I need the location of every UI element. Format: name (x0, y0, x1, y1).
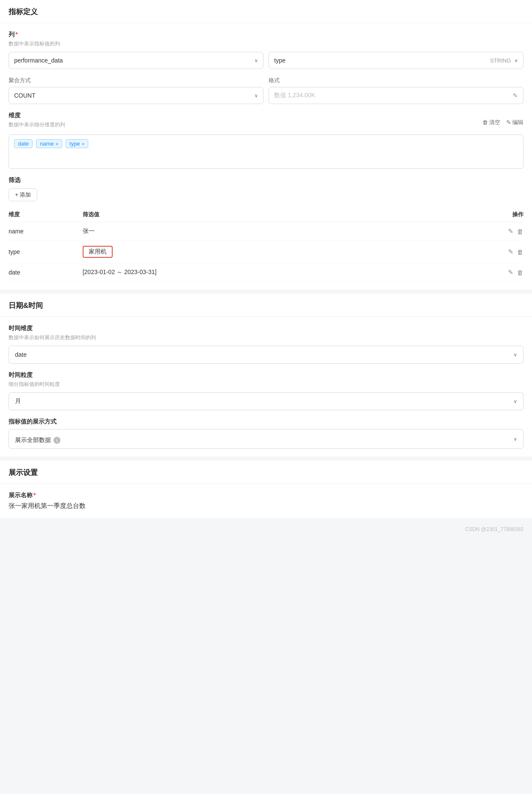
dim-delete-icon: 🗑 (482, 119, 488, 125)
filter-row-date-dim: date (9, 263, 83, 282)
format-placeholder: 数值 1,234.00K (274, 92, 315, 99)
dim-tag-date: date (14, 139, 33, 148)
datetime-section-title: 日期&时间 (0, 294, 532, 317)
filter-section: 筛选 + 添加 维度 筛选值 操作 name 张一 (9, 176, 523, 282)
dim-tag-type-label: type (69, 140, 80, 147)
dim-tag-type: type × (66, 139, 88, 148)
filter-row-name-actions: ✎ 🗑 (448, 222, 523, 241)
dim-edit-pencil-icon: ✎ (506, 119, 511, 125)
dim-tag-date-label: date (18, 140, 29, 147)
agg-value: COUNT (14, 92, 36, 99)
time-dim-chevron-icon: ∨ (514, 352, 517, 358)
filter-row-name-edit-icon[interactable]: ✎ (508, 227, 514, 235)
filter-row-type-edit-icon[interactable]: ✎ (508, 248, 514, 256)
display-settings-section: 展示设置 展示名称* 张一家用机第一季度总台数 (0, 461, 532, 518)
time-granularity-desc: 细分指标值的时间粒度 (9, 381, 523, 388)
agg-select[interactable]: COUNT ∨ (9, 87, 263, 104)
filter-row-date: date [2023-01-02 ～ 2023-03-31] ✎ 🗑 (9, 263, 523, 282)
filter-table: 维度 筛选值 操作 name 张一 ✎ 🗑 (9, 207, 523, 282)
column-select-value: type (274, 57, 285, 64)
display-mode-field: 指标值的展示方式 展示全部数据 i ∨ (9, 418, 523, 449)
table-chevron-icon: ∨ (254, 58, 258, 63)
display-name-label: 展示名称* (9, 492, 523, 499)
dimension-tag-box[interactable]: date name × type × (9, 134, 523, 169)
time-granularity-select[interactable]: 月 ∨ (9, 392, 523, 410)
dim-label: 维度 (9, 112, 65, 119)
fmt-col: 格式 数值 1,234.00K ✎ (269, 77, 523, 104)
filter-row-date-value: [2023-01-02 ～ 2023-03-31] (83, 263, 448, 282)
column-select-col: type STRING ∨ (269, 52, 523, 69)
display-mode-select[interactable]: 展示全部数据 i ∨ (9, 429, 523, 449)
add-filter-button[interactable]: + 添加 (9, 188, 37, 201)
time-granularity-chevron-icon: ∨ (514, 399, 517, 404)
watermark: CSDN @2301_77888392 (0, 522, 532, 537)
dimension-field: 维度 数据中表示细分维度的列 🗑 清空 ✎ 编辑 date (9, 112, 523, 169)
datetime-section: 日期&时间 时间维度 数据中表示如何展示历史数据时间的列 date ∨ 时间粒度… (0, 294, 532, 457)
column-selectors-row: performance_data ∨ type STRING ∨ (9, 52, 523, 69)
filter-row-type-delete-icon[interactable]: 🗑 (517, 248, 523, 256)
time-dim-desc: 数据中表示如何展示历史数据时间的列 (9, 334, 523, 341)
metric-section: 指标定义 列* 数据中表示指标值的列 performance_data ∨ ty… (0, 0, 532, 290)
dim-edit-action[interactable]: ✎ 编辑 (506, 119, 523, 126)
filter-row-date-delete-icon[interactable]: 🗑 (517, 269, 523, 276)
table-select-col: performance_data ∨ (9, 52, 263, 69)
dim-actions: 🗑 清空 ✎ 编辑 (482, 119, 523, 126)
column-select[interactable]: type STRING ∨ (269, 52, 523, 69)
dim-desc: 数据中表示细分维度的列 (9, 121, 65, 128)
table-select-value: performance_data (14, 57, 63, 64)
display-name-value: 张一家用机第一季度总台数 (9, 502, 523, 510)
column-desc: 数据中表示指标值的列 (9, 40, 523, 48)
column-field: 列* 数据中表示指标值的列 performance_data ∨ type ST… (9, 31, 523, 69)
filter-value-highlight: 家用机 (83, 246, 113, 258)
time-dim-label: 时间维度 (9, 325, 523, 332)
filter-row-type-dim: type (9, 241, 83, 263)
agg-label: 聚合方式 (9, 77, 263, 84)
metric-section-title: 指标定义 (0, 0, 532, 23)
display-mode-value: 展示全部数据 (15, 436, 51, 444)
filter-col-action-header: 操作 (448, 207, 523, 222)
agg-format-row: 聚合方式 COUNT ∨ 格式 数值 1,234.00K ✎ (9, 77, 523, 104)
dim-header-row: 维度 数据中表示细分维度的列 🗑 清空 ✎ 编辑 (9, 112, 523, 133)
format-input[interactable]: 数值 1,234.00K ✎ (269, 87, 523, 104)
filter-row-type: type 家用机 ✎ 🗑 (9, 241, 523, 263)
dim-tag-name-close[interactable]: × (56, 141, 58, 146)
dim-tag-type-close[interactable]: × (82, 141, 84, 146)
filter-row-name-dim: name (9, 222, 83, 241)
filter-col-dim-header: 维度 (9, 207, 83, 222)
time-granularity-label: 时间粒度 (9, 371, 523, 379)
agg-col: 聚合方式 COUNT ∨ (9, 77, 263, 104)
format-label: 格式 (269, 77, 523, 84)
column-type-chevron-icon: ∨ (514, 58, 518, 63)
filter-row-name-delete-icon[interactable]: 🗑 (517, 228, 523, 235)
dim-tag-name: name × (36, 139, 62, 148)
time-dim-field: 时间维度 数据中表示如何展示历史数据时间的列 date ∨ (9, 325, 523, 364)
time-granularity-field: 时间粒度 细分指标值的时间粒度 月 ∨ (9, 371, 523, 410)
filter-col-value-header: 筛选值 (83, 207, 448, 222)
display-mode-info-icon[interactable]: i (54, 437, 60, 444)
display-mode-label: 指标值的展示方式 (9, 418, 523, 426)
time-dim-select[interactable]: date ∨ (9, 346, 523, 364)
column-label: 列* (9, 31, 523, 39)
time-dim-value: date (15, 351, 27, 358)
table-select[interactable]: performance_data ∨ (9, 52, 263, 69)
filter-row-type-actions: ✎ 🗑 (448, 241, 523, 263)
column-type-badge: STRING (490, 57, 511, 64)
display-settings-title: 展示设置 (0, 461, 532, 484)
filter-row-date-edit-icon[interactable]: ✎ (508, 269, 514, 276)
display-mode-chevron-icon: ∨ (514, 436, 517, 442)
filter-row-name: name 张一 ✎ 🗑 (9, 222, 523, 241)
agg-chevron-icon: ∨ (254, 93, 258, 99)
filter-row-date-actions: ✎ 🗑 (448, 263, 523, 282)
format-edit-icon[interactable]: ✎ (513, 92, 518, 99)
filter-row-type-value: 家用机 (83, 241, 448, 263)
time-granularity-value: 月 (15, 397, 21, 405)
filter-label: 筛选 (9, 176, 523, 184)
filter-row-name-value: 张一 (83, 222, 448, 241)
dim-tag-name-label: name (40, 140, 54, 147)
display-name-field: 展示名称* 张一家用机第一季度总台数 (9, 492, 523, 510)
dim-delete-action[interactable]: 🗑 清空 (482, 119, 500, 126)
